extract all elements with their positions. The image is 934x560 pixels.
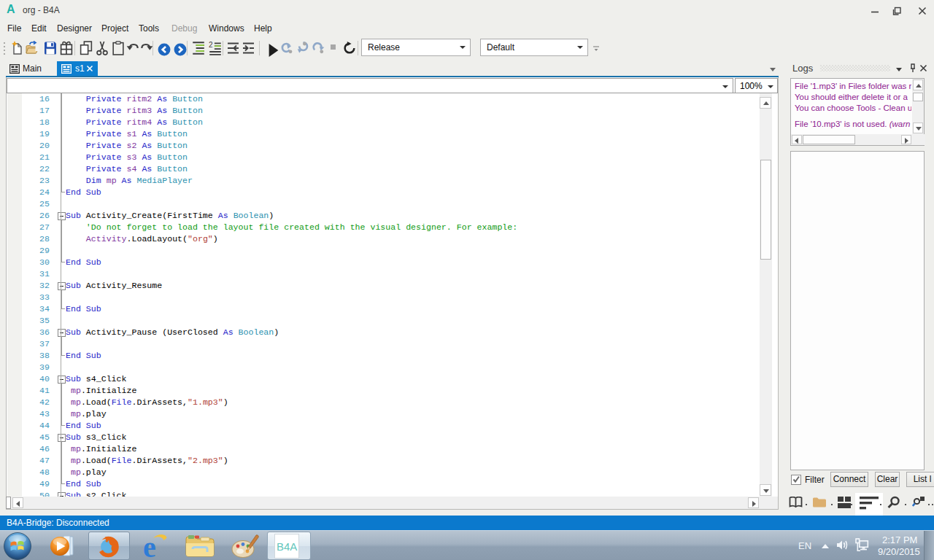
svg-text:e: e xyxy=(143,532,156,560)
svg-text:2: 2 xyxy=(209,41,213,49)
